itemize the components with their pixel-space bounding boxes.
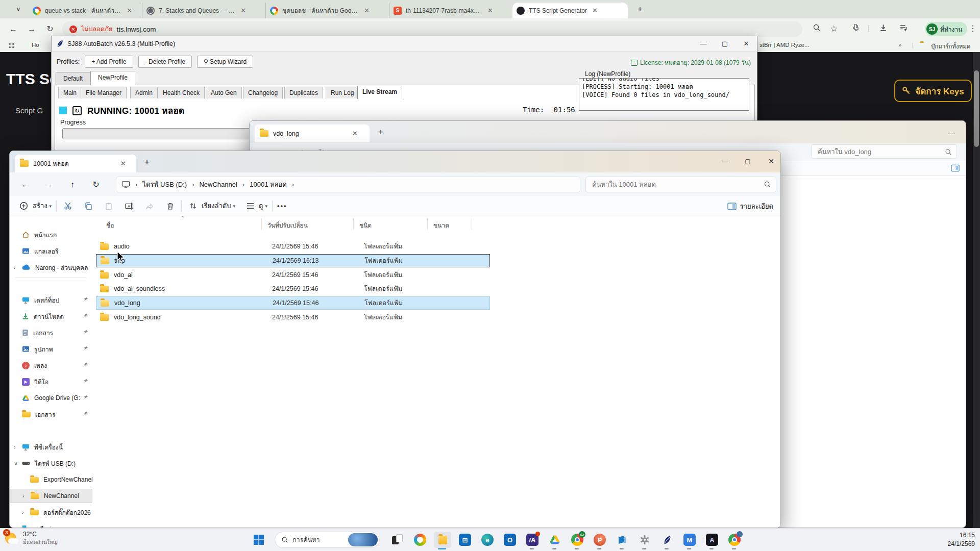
new-item-icon[interactable]	[17, 202, 30, 210]
file-row-vdo-long[interactable]: vdo_long 24/1/2569 15:46 โฟลเดอร์แฟ้ม	[96, 296, 490, 310]
minimize-button[interactable]: —	[941, 125, 962, 141]
taskbar-search-box[interactable]: การค้นหา	[275, 532, 380, 548]
vdo-long-tab[interactable]: vdo_long ✕	[255, 124, 370, 142]
explorer-search-box[interactable]	[585, 177, 776, 192]
view-button[interactable]: ดู	[259, 201, 263, 211]
menu-tab-live-stream[interactable]: Live Stream	[357, 86, 402, 99]
delete-profile-button[interactable]: - Delete Profile	[138, 56, 192, 68]
search-input[interactable]	[812, 145, 957, 158]
not-secure-label[interactable]: ไม่ปลอดภัย	[81, 24, 112, 34]
browser-tab-active[interactable]: TTS Script Generator ✕	[512, 3, 628, 18]
add-profile-button[interactable]: + Add Profile	[85, 56, 133, 68]
zoom-icon[interactable]	[813, 23, 821, 32]
forward-icon[interactable]: →	[42, 178, 56, 191]
tab-search-chevron-icon[interactable]: ∨	[13, 4, 23, 14]
apps-grid-icon[interactable]	[8, 42, 15, 49]
profile-tab-default[interactable]: Default	[56, 72, 90, 85]
menu-tab-run-log[interactable]: Run Log	[326, 87, 359, 98]
powerpoint-button[interactable]: P	[591, 532, 608, 548]
details-pane-button[interactable]: รายละเอียด	[727, 196, 773, 216]
chrome-sj-button[interactable]: SJ	[569, 532, 586, 548]
close-button[interactable]: ✕	[761, 153, 781, 169]
address-bar[interactable]: ✕ ไม่ปลอดภัย tts.lnwsj.com	[62, 21, 802, 37]
file-row-vdo-ai[interactable]: vdo_ai 24/1/2569 15:46 โฟลเดอร์แฟ้ม	[96, 268, 490, 282]
breadcrumb[interactable]: › ไดรฟ์ USB (D:) › NewChannel › 10001 หล…	[116, 177, 580, 192]
sidebar-item-documents[interactable]: เอกสาร	[10, 325, 92, 340]
bookmark-star-icon[interactable]: ☆	[830, 23, 838, 34]
sidebar-item-home[interactable]: หน้าแรก	[10, 228, 92, 242]
breadcrumb-item-newchannel[interactable]: NewChannel	[199, 181, 237, 188]
sidebar-item-stick2026[interactable]: › ดอร์สติ๊กต๊อก2026	[10, 505, 92, 519]
playlist-icon[interactable]	[899, 23, 908, 32]
forward-icon[interactable]: →	[26, 23, 38, 35]
task-view-button[interactable]	[389, 532, 406, 548]
minimize-button[interactable]: —	[694, 36, 713, 51]
m-app-button[interactable]: M	[681, 532, 698, 548]
file-explorer-button[interactable]	[434, 532, 451, 548]
vdo-long-search-box[interactable]	[811, 144, 957, 159]
file-row-tmp[interactable]: tmp 24/1/2569 16:13 โฟลเดอร์แฟ้ม	[96, 254, 490, 267]
browser-tab[interactable]: queue vs stack - ค้นหาด้วย Goog ✕	[29, 3, 137, 18]
a-app-button[interactable]: A	[703, 532, 721, 548]
share-icon[interactable]	[143, 202, 156, 210]
sort-icon[interactable]	[186, 202, 200, 210]
expander-icon[interactable]: ›	[14, 444, 16, 450]
publisher-app-button[interactable]	[614, 532, 631, 548]
sidebar-item-downloads[interactable]: ดาวน์โหลด	[10, 309, 92, 323]
ms-store-button[interactable]: ⊞	[456, 532, 474, 548]
sidebar-item-network[interactable]: › เครือข่าย	[10, 521, 92, 528]
scrollbar-thumb[interactable]	[974, 70, 979, 147]
download-icon[interactable]	[879, 23, 888, 32]
sidebar-item-documents-folder[interactable]: เอกสาร	[10, 407, 92, 421]
taskbar-weather-widget[interactable]: 3 32°C มีแดดส่วนใหญ่	[4, 531, 58, 546]
menu-tab-changelog[interactable]: Changelog	[243, 87, 283, 98]
tab-close-icon[interactable]: ✕	[240, 7, 246, 14]
browser-tab[interactable]: ชุดบอลช - ค้นหาด้วย Google ✕	[265, 3, 374, 18]
sidebar-item-music[interactable]: ♪ เพลง	[10, 358, 92, 372]
bookmark-item[interactable]: Ho	[32, 42, 39, 48]
new-tab-button[interactable]: +	[378, 127, 383, 137]
bookmarks-overflow-chevron[interactable]: »	[898, 42, 901, 48]
sidebar-item-google-drive[interactable]: Google Drive (G:	[10, 391, 92, 405]
settings-button[interactable]	[636, 532, 653, 548]
back-icon[interactable]: ←	[7, 23, 19, 35]
browser-tab[interactable]: 7. Stacks and Queues — Data S ✕	[142, 3, 250, 18]
menu-tab-auto-gen[interactable]: Auto Gen	[206, 87, 242, 98]
up-icon[interactable]: ↑	[66, 178, 79, 191]
breadcrumb-item-drive[interactable]: ไดรฟ์ USB (D:)	[142, 179, 187, 190]
manage-keys-button[interactable]: จัดการ Keys	[894, 80, 972, 102]
reload-icon[interactable]: ↻	[44, 23, 56, 35]
outlook-button[interactable]: O	[501, 532, 519, 548]
details-pane-icon[interactable]	[951, 164, 960, 172]
autobatch-title-bar[interactable]: SJ88 AutoBatch v26.5.3 (Multi-Profile) —…	[52, 36, 757, 52]
explorer-tab[interactable]: 10001 หลอด ✕	[15, 155, 136, 172]
illustrator-app-button[interactable]: /A	[524, 532, 541, 548]
back-icon[interactable]: ←	[19, 178, 32, 191]
page-scrollbar[interactable]	[973, 52, 980, 528]
menu-tab-admin[interactable]: Admin	[130, 87, 158, 98]
profile-chip[interactable]: SJ ที่ทำงาน	[925, 22, 967, 36]
all-bookmarks-button[interactable]: บุ๊กมาร์กทั้งหมด	[931, 42, 970, 51]
menu-tab-main[interactable]: Main	[58, 87, 82, 98]
tab-close-icon[interactable]: ✕	[120, 160, 126, 167]
expander-icon[interactable]: ›	[14, 264, 16, 270]
rename-icon[interactable]: A	[122, 202, 136, 210]
extensions-icon[interactable]	[851, 23, 860, 32]
new-button[interactable]: สร้าง	[33, 201, 47, 211]
new-tab-button[interactable]: +	[144, 157, 150, 167]
menu-tab-health-check[interactable]: Health Check	[158, 87, 205, 98]
sidebar-item-videos[interactable]: ▶ วิดีโอ	[10, 374, 92, 389]
sidebar-item-this-pc[interactable]: › พีซีเครื่องนี้	[10, 440, 92, 454]
taskbar-clock[interactable]: 16:15 24/1/2569	[948, 531, 975, 548]
search-input[interactable]	[586, 177, 776, 192]
autobatch-app-button[interactable]	[658, 532, 676, 548]
menu-tab-duplicates[interactable]: Duplicates	[284, 87, 323, 98]
column-header-type[interactable]: ชนิด	[359, 220, 372, 230]
expander-icon[interactable]: ›	[22, 509, 24, 515]
sidebar-item-usb-drive[interactable]: ∨ ไดรฟ์ USB (D:)	[10, 456, 92, 470]
profile-tab-newprofile[interactable]: NewProfile	[90, 71, 135, 85]
tab-close-icon[interactable]: ✕	[352, 130, 358, 137]
bookmark-item[interactable]: stBrr | AMD Ryze...	[760, 42, 810, 48]
maximize-button[interactable]: ▢	[738, 153, 758, 169]
start-button[interactable]	[250, 532, 267, 548]
